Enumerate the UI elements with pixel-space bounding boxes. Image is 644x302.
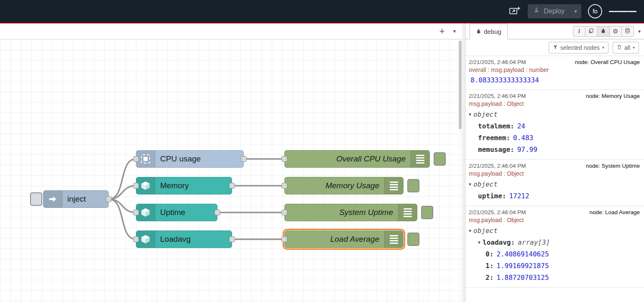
debug-sidebar-icon xyxy=(384,177,403,194)
field-key: uptime xyxy=(478,192,509,200)
debug-message[interactable]: 2/21/2025, 2:46:04 PM node: Load Average… xyxy=(465,206,644,288)
debug-enable-toggle[interactable] xyxy=(434,152,446,166)
sidebar-menu-button[interactable]: ▾ xyxy=(638,28,641,34)
output-port[interactable] xyxy=(229,183,235,189)
field-value: 97.99 xyxy=(517,146,537,154)
output-port[interactable] xyxy=(106,196,112,202)
debug-sidebar-icon xyxy=(384,231,403,248)
info-icon: i xyxy=(578,28,580,35)
sidebar-info-button[interactable]: i xyxy=(573,26,585,37)
node-debug-load-average[interactable]: Load Average xyxy=(284,230,404,248)
input-port[interactable] xyxy=(133,236,139,242)
message-source-node: node: System Uptime xyxy=(586,163,640,169)
field-value: 17212 xyxy=(509,192,529,200)
node-label: Memory Usage xyxy=(285,181,384,190)
canvas-scrollbar[interactable] xyxy=(459,40,462,302)
deploy-button[interactable]: Deploy xyxy=(528,4,570,18)
object-field-row: freemem0.483 xyxy=(469,132,640,144)
sidebar-splitter[interactable] xyxy=(463,23,465,302)
expand-caret-icon[interactable]: ▼ xyxy=(469,182,471,187)
expand-caret-icon[interactable]: ▼ xyxy=(469,228,471,233)
wire xyxy=(109,186,136,199)
input-port[interactable] xyxy=(281,156,287,162)
node-cpu-usage[interactable]: CPU usage xyxy=(136,150,244,168)
debug-message[interactable]: 2/21/2025, 2:46:04 PM node: Memory Usage… xyxy=(465,90,644,160)
field-key: memusage xyxy=(478,146,517,154)
expand-caret-icon[interactable]: ▼ xyxy=(469,112,471,117)
inject-trigger-button[interactable] xyxy=(30,192,42,206)
message-property-path: msg.payload : Object xyxy=(469,170,640,177)
debug-enable-toggle[interactable] xyxy=(407,233,419,246)
object-row[interactable]: ▼object xyxy=(469,109,640,120)
input-port[interactable] xyxy=(281,236,287,242)
canvas-scrollbar-thumb[interactable] xyxy=(459,41,462,129)
debug-message[interactable]: 2/21/2025, 2:46:04 PM node: Overall CPU … xyxy=(465,56,644,90)
assistant-button[interactable] xyxy=(509,5,521,18)
array-row[interactable]: ▼loadavgarray[3] xyxy=(469,237,640,248)
sidebar-tab-buttons: i ⚙ xyxy=(573,26,634,37)
item-value: 2.40869140625 xyxy=(496,250,549,258)
debug-sidebar-icon xyxy=(411,151,429,167)
node-label: inject xyxy=(62,195,91,204)
user-initials: fo xyxy=(593,8,598,15)
tab-debug-label: debug xyxy=(484,28,501,35)
flow-canvas[interactable]: inject CPU usage Memory xyxy=(0,39,463,302)
debug-enable-toggle[interactable] xyxy=(421,206,433,219)
output-port[interactable] xyxy=(229,236,235,242)
tab-debug[interactable]: debug xyxy=(470,24,508,39)
node-inject[interactable]: inject xyxy=(43,190,109,208)
clear-messages-button[interactable]: all ▾ xyxy=(613,42,639,54)
filter-nodes-label: selected nodes xyxy=(560,44,600,51)
deploy-options-button[interactable]: ▾ xyxy=(570,4,581,18)
bug-icon xyxy=(601,28,606,35)
field-key: freemem xyxy=(478,134,513,142)
object-row[interactable]: ▼object xyxy=(469,225,640,237)
node-debug-memory-usage[interactable]: Memory Usage xyxy=(284,177,404,195)
node-debug-system-uptime[interactable]: System Uptime xyxy=(284,204,417,221)
output-port[interactable] xyxy=(241,156,247,162)
sidebar-config-button[interactable]: ⚙ xyxy=(609,26,622,37)
rocket-icon xyxy=(533,7,540,16)
canvas-pane: + ▾ xyxy=(0,23,463,302)
object-row[interactable]: ▼object xyxy=(469,179,640,190)
input-port[interactable] xyxy=(133,210,139,215)
node-memory[interactable]: Memory xyxy=(136,177,232,195)
main-menu-button[interactable] xyxy=(609,9,636,14)
message-value: 8.083333333333334 xyxy=(469,75,640,86)
debug-message[interactable]: 2/21/2025, 2:46:04 PM node: System Uptim… xyxy=(465,160,644,206)
message-source-node: node: Load Average xyxy=(589,209,640,215)
sidebar-tabbar: debug i ⚙ ▾ xyxy=(465,23,644,39)
object-field-row: memusage97.99 xyxy=(469,144,640,156)
chevron-down-icon: ▾ xyxy=(638,28,641,34)
hamburger-icon xyxy=(609,11,618,12)
cpu-chip-icon xyxy=(136,151,155,167)
node-label: Memory xyxy=(155,181,194,190)
sidebar-debug-button[interactable] xyxy=(597,26,610,37)
filter-nodes-button[interactable]: selected nodes ▾ xyxy=(549,42,608,54)
expand-caret-icon[interactable]: ▼ xyxy=(478,240,480,245)
chevron-down-icon: ▾ xyxy=(574,8,577,14)
item-index: 1 xyxy=(486,262,496,270)
assistant-icon xyxy=(509,5,521,18)
sidebar-help-button[interactable] xyxy=(585,26,598,37)
message-source-node: node: Memory Usage xyxy=(586,93,640,99)
output-port[interactable] xyxy=(215,210,220,215)
add-flow-button[interactable]: + xyxy=(440,27,445,36)
server-box-icon xyxy=(136,177,155,194)
input-port[interactable] xyxy=(281,183,287,189)
user-avatar[interactable]: fo xyxy=(588,4,602,18)
array-item-row: 11.99169921875 xyxy=(469,260,640,272)
clear-messages-label: all xyxy=(624,44,630,51)
input-port[interactable] xyxy=(281,210,287,215)
node-loadavg[interactable]: Loadavg xyxy=(136,230,232,248)
debug-message-list[interactable]: 2/21/2025, 2:46:04 PM node: Overall CPU … xyxy=(465,56,644,302)
input-port[interactable] xyxy=(133,156,139,162)
node-uptime[interactable]: Uptime xyxy=(136,204,217,221)
workspace: + ▾ xyxy=(0,23,644,302)
debug-enable-toggle[interactable] xyxy=(407,179,419,192)
item-value: 1.99169921875 xyxy=(496,262,549,270)
flow-list-button[interactable]: ▾ xyxy=(453,28,456,34)
input-port[interactable] xyxy=(133,183,139,189)
node-debug-overall-cpu[interactable]: Overall CPU Usage xyxy=(284,150,430,168)
sidebar-context-button[interactable] xyxy=(621,26,634,37)
